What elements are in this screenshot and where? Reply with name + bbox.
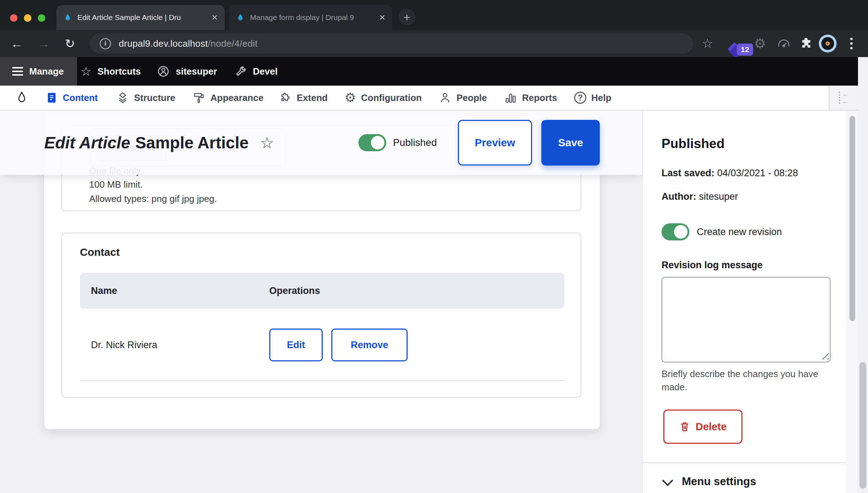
last-saved-value: 04/03/2021 - 08:28: [717, 168, 798, 178]
chevron-down-icon: [662, 475, 673, 486]
admin-item-user[interactable]: sitesuper: [157, 57, 217, 86]
menu-item-content[interactable]: Content: [46, 86, 98, 110]
edit-button[interactable]: Edit: [269, 329, 323, 361]
page-title-name: Sample Article: [135, 133, 249, 152]
toolbar-orientation-toggle[interactable]: ←←: [829, 86, 858, 110]
browser-scrollbar-thumb[interactable]: [859, 362, 866, 489]
admin-item-shortcuts[interactable]: ☆ Shortcuts: [81, 57, 141, 86]
menu-item-help[interactable]: ? Help: [574, 86, 611, 110]
orientation-icon: [839, 92, 840, 104]
tab-title: Manage form display | Drupal 9: [250, 13, 374, 22]
menu-item-configuration[interactable]: ⚙ Configuration: [344, 86, 422, 110]
menu-item-label: Reports: [522, 92, 557, 103]
bar-chart-icon: [504, 91, 517, 104]
menu-settings-section[interactable]: Menu settings: [665, 475, 756, 488]
admin-item-manage[interactable]: Manage: [0, 57, 77, 86]
forward-icon[interactable]: →: [38, 37, 50, 51]
star-icon: ☆: [81, 64, 91, 78]
sidebar-divider: [643, 462, 847, 463]
revision-log-textarea[interactable]: [662, 277, 831, 362]
wrench-icon: [235, 65, 247, 77]
last-saved-line: Last saved: 04/03/2021 - 08:28: [662, 168, 798, 179]
minimize-window-button[interactable]: [24, 14, 31, 22]
help-question-icon: ?: [574, 92, 586, 104]
toggle-switch-icon: [662, 223, 689, 240]
preview-button[interactable]: Preview: [458, 120, 532, 166]
menu-item-reports[interactable]: Reports: [504, 86, 557, 110]
url-path: /node/4/edit: [208, 38, 258, 49]
save-button[interactable]: Save: [541, 120, 600, 166]
tab-close-icon[interactable]: ×: [379, 12, 385, 23]
trash-icon: [679, 421, 690, 432]
menu-item-label: Content: [63, 92, 98, 103]
delete-button-label: Delete: [695, 421, 726, 433]
back-icon[interactable]: ←: [11, 37, 23, 51]
column-header-operations: Operations: [269, 273, 320, 309]
tab-edit-article[interactable]: Edit Article Sample Article | Dru ×: [56, 5, 225, 30]
new-tab-button[interactable]: +: [399, 9, 415, 25]
tab-manage-form-display[interactable]: Manage form display | Drupal 9 ×: [229, 5, 392, 30]
node-meta-sidebar: Published Last saved: 04/03/2021 - 08:28…: [642, 111, 846, 493]
bookmark-star-icon[interactable]: ☆: [702, 36, 713, 51]
extensions-puzzle-icon[interactable]: [799, 36, 814, 51]
close-window-button[interactable]: [10, 14, 17, 22]
tab-close-icon[interactable]: ×: [212, 12, 218, 23]
site-info-icon[interactable]: i: [100, 38, 111, 49]
menu-item-label: People: [456, 92, 487, 103]
reload-icon[interactable]: ↻: [65, 36, 75, 51]
author-line: Author: sitesuper: [662, 191, 738, 202]
toggle-switch-icon: [358, 134, 386, 151]
admin-item-label: Devel: [253, 66, 277, 77]
browser-window: Edit Article Sample Article | Dru × Mana…: [0, 0, 868, 493]
extension-gear-icon[interactable]: ⚙: [754, 36, 766, 51]
menu-settings-label: Menu settings: [682, 475, 756, 488]
url-text: drupal9.dev.localhost/node/4/edit: [119, 38, 258, 49]
drupal-favicon-icon: [63, 13, 72, 22]
tab-bar: Edit Article Sample Article | Dru × Mana…: [0, 0, 868, 30]
drupal-favicon-icon: [236, 13, 245, 22]
menu-item-extend[interactable]: Extend: [279, 86, 328, 110]
author-label: Author:: [662, 191, 696, 202]
menu-item-appearance[interactable]: Appearance: [193, 86, 264, 110]
zoom-window-button[interactable]: [38, 14, 45, 22]
orientation-arrows-icon: ←←: [842, 91, 849, 105]
admin-item-devel[interactable]: Devel: [235, 57, 277, 86]
published-toggle[interactable]: [358, 134, 386, 151]
allowed-types-note: Allowed types: png gif jpg jpeg.: [89, 193, 217, 204]
remove-button[interactable]: Remove: [331, 329, 408, 361]
user-icon: [157, 65, 170, 78]
title-star-icon[interactable]: ☆: [260, 134, 274, 152]
page-title-prefix: Edit Article: [44, 133, 130, 152]
drupal-admin-toolbar: Manage ☆ Shortcuts sitesuper Devel: [0, 57, 858, 86]
sidebar-scrollbar-thumb[interactable]: [849, 116, 855, 321]
menu-item-label: Structure: [134, 92, 175, 103]
author-value: sitesuper: [699, 191, 738, 202]
drupal-menu-toolbar: Content Structure Appearance Extend ⚙ Co…: [0, 86, 858, 111]
extension-badge: 12: [737, 44, 753, 56]
menu-item-label: Configuration: [361, 92, 422, 103]
gear-icon: ⚙: [344, 90, 356, 105]
table-row-contact-name: Dr. Nick Riviera: [91, 329, 157, 361]
menu-item-people[interactable]: People: [439, 86, 487, 110]
hamburger-icon: [12, 67, 23, 76]
extension-gauge-icon[interactable]: [776, 36, 792, 51]
menu-item-label: Help: [591, 92, 611, 103]
page-title: Edit Article Sample Article ☆: [44, 111, 274, 175]
url-host: drupal9.dev.localhost: [119, 38, 208, 49]
delete-button[interactable]: Delete: [663, 410, 742, 444]
status-heading: Published: [662, 136, 725, 151]
sticky-page-header: Edit Article Sample Article ☆ Published …: [0, 111, 642, 175]
drupal-home-item[interactable]: [15, 86, 29, 110]
contact-heading: Contact: [80, 246, 120, 258]
menu-item-structure[interactable]: Structure: [116, 86, 175, 110]
url-field[interactable]: i drupal9.dev.localhost/node/4/edit: [90, 34, 693, 54]
revision-log-help: Briefly describe the changes you have ma…: [662, 367, 829, 394]
window-controls: [10, 14, 45, 22]
paint-roller-icon: [193, 91, 205, 104]
menu-item-label: Appearance: [210, 92, 264, 103]
puzzle-icon: [279, 91, 292, 104]
published-toggle-label: Published: [393, 111, 437, 175]
profile-avatar[interactable]: [819, 35, 837, 52]
create-new-revision-toggle[interactable]: [662, 223, 689, 240]
browser-menu-icon[interactable]: [850, 38, 853, 50]
